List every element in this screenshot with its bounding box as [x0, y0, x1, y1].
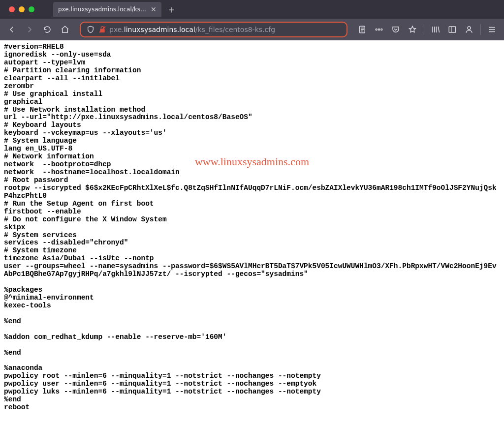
window-close-button[interactable]: [9, 6, 15, 12]
arrow-left-icon: [7, 25, 16, 34]
shield-icon[interactable]: [87, 26, 94, 33]
library-button[interactable]: [428, 22, 443, 37]
address-bar-container: pxe.linuxsysadmins.local/ks_files/centos…: [80, 22, 347, 37]
sidebar-button[interactable]: [444, 22, 460, 37]
tab-active[interactable]: pxe.linuxsysadmins.local/ks_files/ce ✕: [53, 2, 161, 17]
svg-point-6: [468, 27, 471, 30]
address-text: pxe.linuxsysadmins.local/ks_files/centos…: [109, 26, 344, 33]
dots-icon: [375, 25, 383, 34]
reader-icon: [358, 25, 367, 34]
account-icon: [465, 25, 473, 34]
home-button[interactable]: [57, 22, 73, 37]
bookmark-button[interactable]: [405, 22, 420, 37]
pocket-icon: [391, 25, 400, 34]
arrow-right-icon: [25, 25, 34, 34]
close-icon[interactable]: ✕: [151, 5, 157, 13]
toolbar-separator: [424, 24, 424, 35]
tab-strip: pxe.linuxsysadmins.local/ks_files/ce ✕ ＋: [0, 0, 504, 19]
home-icon: [61, 25, 69, 34]
back-button[interactable]: [4, 22, 20, 37]
forward-button[interactable]: [22, 22, 37, 37]
kickstart-file-text: #version=RHEL8 ignoredisk --only-use=sda…: [4, 43, 500, 412]
svg-point-2: [376, 29, 377, 30]
toolbar-separator: [480, 24, 481, 35]
plus-icon: ＋: [166, 3, 176, 16]
page-content: #version=RHEL8 ignoredisk --only-use=sda…: [0, 40, 504, 415]
hamburger-icon: [488, 25, 497, 34]
menu-button[interactable]: [484, 22, 500, 37]
reload-button[interactable]: [39, 22, 55, 37]
account-button[interactable]: [461, 22, 477, 37]
toolbar-right: [354, 22, 500, 37]
window-minimize-button[interactable]: [19, 6, 25, 12]
browser-chrome: pxe.linuxsysadmins.local/ks_files/ce ✕ ＋: [0, 0, 504, 40]
library-icon: [431, 25, 440, 34]
lock-slash-icon[interactable]: [98, 26, 106, 33]
address-leading-icons: [84, 26, 109, 33]
address-bar[interactable]: pxe.linuxsysadmins.local/ks_files/centos…: [80, 22, 347, 37]
window-zoom-button[interactable]: [29, 6, 34, 12]
pocket-button[interactable]: [388, 22, 404, 37]
svg-point-4: [381, 29, 382, 30]
address-path: /ks_files/centos8-ks.cfg: [195, 26, 275, 33]
reload-icon: [43, 25, 52, 34]
address-host: linuxsysadmins.local: [124, 26, 195, 33]
navigation-toolbar: pxe.linuxsysadmins.local/ks_files/centos…: [0, 19, 504, 40]
sidebar-icon: [448, 25, 457, 34]
new-tab-button[interactable]: ＋: [161, 2, 181, 17]
address-subdomain: pxe.: [109, 26, 124, 33]
star-icon: [408, 25, 417, 34]
page-actions-button[interactable]: [371, 22, 387, 37]
window-controls: [4, 6, 39, 12]
reader-mode-button[interactable]: [354, 22, 370, 37]
tab-title: pxe.linuxsysadmins.local/ks_files/ce: [58, 6, 147, 13]
svg-rect-5: [449, 27, 456, 32]
svg-point-3: [378, 29, 380, 30]
